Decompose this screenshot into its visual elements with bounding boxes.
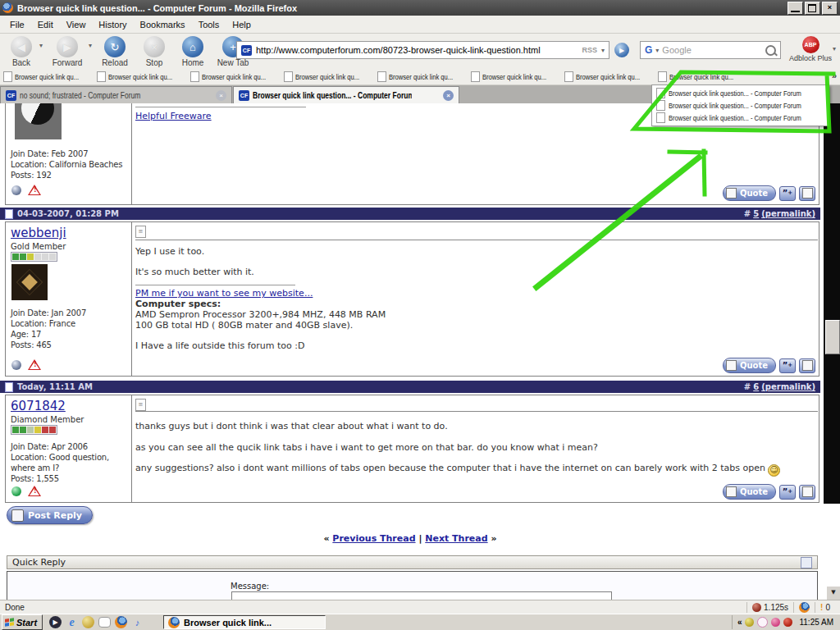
tab-browser-quick-link[interactable]: CF Browser quick link question... - Comp… bbox=[233, 86, 459, 103]
menu-file[interactable]: File bbox=[3, 18, 31, 31]
tray-icon[interactable] bbox=[757, 617, 768, 628]
search-magnifier-icon[interactable] bbox=[765, 45, 776, 56]
tab-close-icon[interactable]: × bbox=[216, 90, 226, 101]
permalink[interactable]: (permalink) bbox=[761, 382, 815, 391]
start-button[interactable]: Start bbox=[2, 614, 43, 630]
username-link[interactable]: webbenji bbox=[11, 226, 66, 240]
permalink[interactable]: (permalink) bbox=[761, 209, 815, 218]
avatar[interactable] bbox=[15, 103, 62, 139]
overflow-menu-item[interactable]: Browser quick link question... - Compute… bbox=[652, 99, 829, 112]
firefox-icon bbox=[168, 617, 180, 628]
restore-button[interactable] bbox=[805, 2, 820, 15]
report-post-icon[interactable]: ! bbox=[28, 185, 41, 195]
report-post-icon[interactable]: ! bbox=[28, 486, 41, 496]
menu-history[interactable]: History bbox=[92, 18, 133, 31]
scrollbar-thumb[interactable] bbox=[825, 320, 840, 354]
error-counter[interactable]: ! 0 bbox=[815, 602, 835, 613]
menu-tools[interactable]: Tools bbox=[192, 18, 226, 31]
media-player-icon[interactable]: ▶ bbox=[49, 616, 62, 628]
back-button[interactable]: ◀ Back bbox=[5, 36, 38, 67]
overflow-menu-item[interactable]: Browser quick link question... - Compute… bbox=[652, 87, 829, 99]
previous-thread-link[interactable]: Previous Thread bbox=[332, 533, 415, 544]
multiquote-button[interactable]: ”+ bbox=[779, 186, 796, 201]
music-player-icon[interactable]: ♪ bbox=[131, 616, 144, 628]
url-bar[interactable]: CF http://www.computerforum.com/80723-br… bbox=[236, 41, 609, 59]
adblock-caret[interactable]: ▾ bbox=[833, 45, 836, 52]
bookmark-item[interactable]: Browser quick link qu... bbox=[658, 71, 751, 82]
task-button-firefox[interactable]: Browser quick link... bbox=[163, 615, 326, 629]
quick-reply-button[interactable] bbox=[799, 358, 815, 373]
post-reply-button[interactable]: Post Reply bbox=[7, 506, 93, 524]
page-content: Join Date: Feb 2007 Location: California… bbox=[0, 103, 840, 600]
page-icon bbox=[564, 71, 573, 82]
firefox-status-icon[interactable] bbox=[793, 602, 815, 613]
bookmark-item[interactable]: Browser quick link qu... bbox=[377, 71, 471, 82]
go-button[interactable]: ▶ bbox=[614, 43, 629, 57]
tab-close-icon[interactable]: × bbox=[443, 90, 454, 101]
close-button[interactable]: × bbox=[822, 2, 838, 15]
forward-button[interactable]: ▶ Forward bbox=[48, 36, 87, 67]
pencil-icon bbox=[726, 188, 737, 199]
reload-button[interactable]: ↻ Reload bbox=[97, 36, 133, 67]
overflow-menu-item[interactable]: Browser quick link question... - Compute… bbox=[652, 112, 829, 124]
back-dropdown-caret[interactable]: ▾ bbox=[39, 42, 43, 49]
menu-help[interactable]: Help bbox=[226, 18, 258, 31]
launcher-icon[interactable] bbox=[82, 616, 94, 628]
message-textarea[interactable] bbox=[231, 591, 612, 600]
rss-indicator[interactable]: RSS bbox=[582, 46, 597, 54]
scrollbar-down-arrow[interactable]: ▼ bbox=[826, 586, 840, 600]
menu-view[interactable]: View bbox=[60, 18, 93, 31]
report-post-icon[interactable]: ! bbox=[28, 359, 41, 370]
tray-icon[interactable] bbox=[745, 618, 754, 627]
reload-icon: ↻ bbox=[104, 36, 126, 57]
quote-button[interactable]: Quote bbox=[723, 358, 776, 373]
search-placeholder[interactable]: Google bbox=[662, 45, 762, 55]
search-box[interactable]: G ▾ Google bbox=[640, 41, 781, 59]
user-stats: Join Date: Jan 2007 Location: France Age… bbox=[11, 308, 86, 350]
signature-text: AMD Sempron Processor 3200+,984 MHZ, 448… bbox=[135, 309, 386, 320]
messenger-icon[interactable] bbox=[98, 617, 111, 628]
engine-caret[interactable]: ▾ bbox=[655, 47, 659, 54]
post-text: as you can see all the qucik link tabs i… bbox=[135, 442, 598, 453]
signature-link[interactable]: PM me if you want to see my website... bbox=[135, 288, 313, 299]
multiquote-button[interactable]: ”+ bbox=[779, 485, 796, 500]
menu-edit[interactable]: Edit bbox=[31, 18, 60, 31]
tray-chevron[interactable]: « bbox=[737, 618, 742, 627]
avatar[interactable] bbox=[11, 264, 48, 300]
bookmarks-toolbar: Browser quick link qu... Browser quick l… bbox=[0, 68, 840, 85]
firefox-launcher-icon[interactable] bbox=[115, 616, 127, 628]
tab-no-sound[interactable]: CF no sound; frustrated - Computer Forum… bbox=[0, 86, 232, 103]
post-text: any suggestions? also i dont want millio… bbox=[135, 463, 780, 477]
quote-button[interactable]: Quote bbox=[723, 185, 776, 201]
multiquote-button[interactable]: ”+ bbox=[779, 358, 796, 373]
bookmark-item[interactable]: Browser quick link qu... bbox=[3, 71, 97, 82]
url-text[interactable]: http://www.computerforum.com/80723-brows… bbox=[256, 45, 578, 55]
bookmark-item[interactable]: Browser quick link qu... bbox=[190, 71, 284, 82]
post-number-link[interactable]: 6 bbox=[753, 382, 759, 391]
home-button[interactable]: ⌂ Home bbox=[174, 36, 212, 67]
bookmarks-overflow-chevron[interactable]: » bbox=[832, 71, 837, 80]
tray-icon[interactable] bbox=[783, 618, 792, 627]
quick-reply-button[interactable] bbox=[799, 485, 815, 500]
minimize-button[interactable] bbox=[788, 2, 803, 15]
page-icon bbox=[377, 71, 386, 82]
page-icon bbox=[3, 71, 12, 82]
bookmark-item[interactable]: Browser quick link qu... bbox=[564, 71, 658, 82]
signature-link[interactable]: Helpful Freeware bbox=[135, 111, 212, 121]
url-history-caret[interactable]: ▾ bbox=[601, 47, 605, 54]
next-thread-link[interactable]: Next Thread bbox=[425, 533, 487, 544]
username-link[interactable]: 6071842 bbox=[11, 399, 66, 413]
menu-bookmarks[interactable]: Bookmarks bbox=[134, 18, 192, 31]
stop-button[interactable]: × Stop bbox=[136, 36, 172, 67]
quick-reply-button[interactable] bbox=[799, 186, 815, 201]
tray-icon[interactable] bbox=[771, 618, 780, 627]
internet-explorer-icon[interactable]: e bbox=[66, 616, 78, 628]
bookmark-item[interactable]: Browser quick link qu... bbox=[284, 71, 377, 82]
post-number-link[interactable]: 5 bbox=[753, 209, 759, 218]
quote-button[interactable]: Quote bbox=[723, 484, 776, 500]
forward-dropdown-caret[interactable]: ▾ bbox=[89, 42, 92, 49]
bookmark-item[interactable]: Browser quick link qu... bbox=[471, 71, 564, 82]
collapse-icon[interactable] bbox=[801, 557, 812, 568]
adblock-plus-button[interactable]: ABP Adblock Plus bbox=[789, 36, 832, 62]
bookmark-item[interactable]: Browser quick link qu... bbox=[97, 71, 190, 82]
